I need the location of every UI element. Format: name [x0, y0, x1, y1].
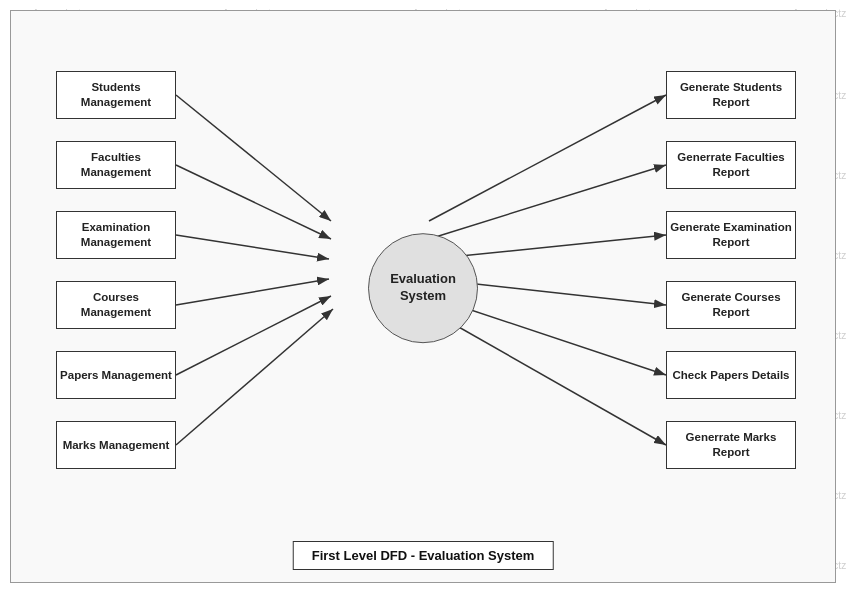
papers-management-box: Papers Management — [56, 351, 176, 399]
diagram-container: Students Management Faculties Management… — [10, 10, 836, 583]
svg-line-3 — [176, 235, 329, 259]
diagram-title: First Level DFD - Evaluation System — [293, 541, 554, 570]
students-management-box: Students Management — [56, 71, 176, 119]
svg-line-7 — [429, 95, 666, 221]
evaluation-system-circle: EvaluationSystem — [368, 233, 478, 343]
generate-examination-report-box: Generate Examination Report — [666, 211, 796, 259]
marks-management-box: Marks Management — [56, 421, 176, 469]
faculties-management-box: Faculties Management — [56, 141, 176, 189]
svg-line-1 — [176, 95, 331, 221]
generate-courses-report-box: Generate Courses Report — [666, 281, 796, 329]
svg-line-12 — [427, 309, 666, 445]
generate-faculties-report-box: Generrate Faculties Report — [666, 141, 796, 189]
svg-line-8 — [429, 165, 666, 239]
dfd-canvas: Students Management Faculties Management… — [11, 11, 835, 582]
svg-line-5 — [176, 296, 331, 375]
courses-management-box: Courses Management — [56, 281, 176, 329]
check-papers-details-box: Check Papers Details — [666, 351, 796, 399]
svg-line-2 — [176, 165, 331, 239]
generate-marks-report-box: Generrate Marks Report — [666, 421, 796, 469]
svg-line-4 — [176, 279, 329, 305]
generate-students-report-box: Generate Students Report — [666, 71, 796, 119]
examination-management-box: Examination Management — [56, 211, 176, 259]
svg-line-6 — [176, 309, 333, 445]
